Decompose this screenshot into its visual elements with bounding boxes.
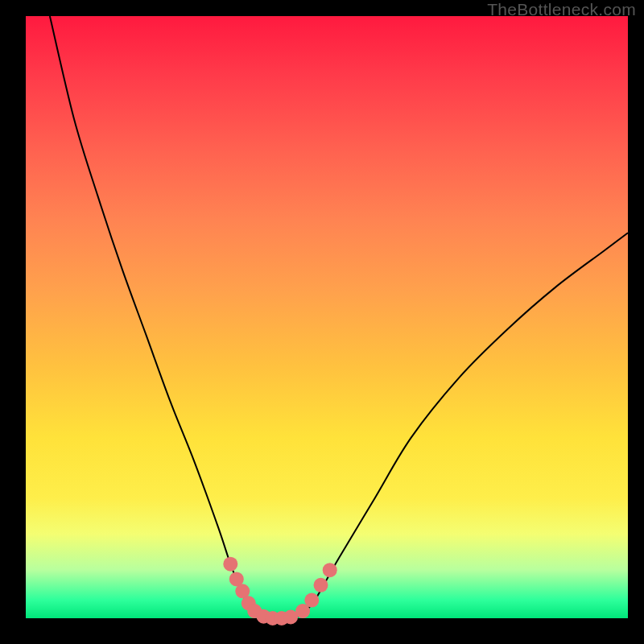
chart-frame: TheBottleneck.com [0,0,644,644]
valley-marker [314,578,328,592]
plot-area [26,16,628,618]
valley-marker [304,593,319,608]
curve-svg [26,16,628,618]
valley-marker [323,563,337,577]
bottleneck-curve [50,16,628,618]
valley-marker [223,557,237,572]
watermark-text: TheBottleneck.com [487,0,636,19]
